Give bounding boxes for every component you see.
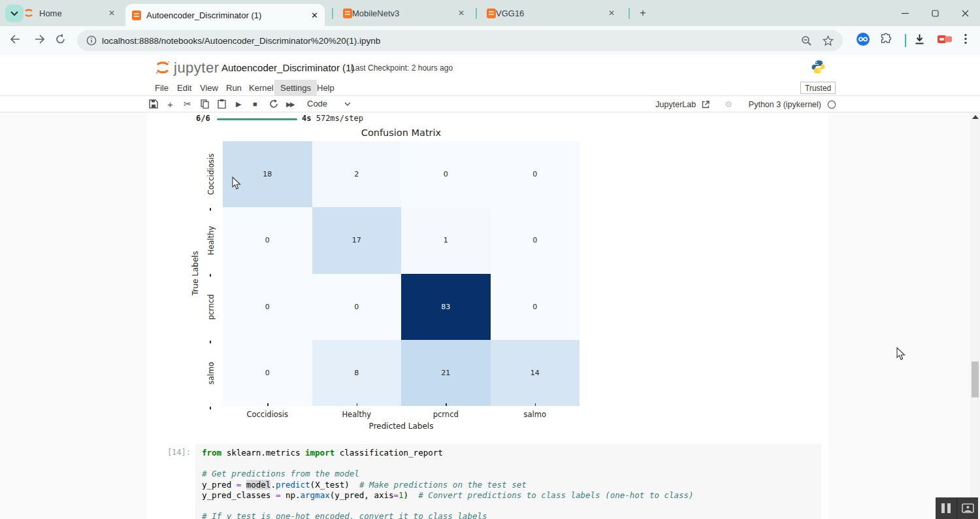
y-tick-label: salmo — [205, 340, 217, 406]
tab-label: VGG16 — [496, 8, 524, 18]
window-maximize-button[interactable] — [920, 0, 950, 26]
restart-run-all-button[interactable]: ▶▶ — [286, 101, 293, 108]
url-text: localhost:8888/notebooks/Autoencoder_Dis… — [102, 36, 380, 46]
heatmap-cell: 14 — [491, 340, 580, 406]
gear-icon[interactable]: ⚙ — [725, 99, 732, 109]
forward-button[interactable] — [34, 34, 46, 47]
figure-title: Confusion Matrix — [223, 127, 580, 138]
cell-type-dropdown[interactable]: Code — [307, 99, 327, 109]
jupyter-favicon — [24, 8, 34, 18]
recording-overlay — [936, 497, 978, 519]
heatmap-cell: 0 — [223, 340, 312, 406]
heatmap-cell: 0 — [223, 207, 312, 273]
paste-cell-button[interactable] — [218, 99, 226, 109]
back-button[interactable] — [9, 34, 21, 47]
maximize-icon — [932, 10, 939, 17]
y-tick-label: pcrncd — [205, 274, 217, 340]
x-axis-label: Predicted Labels — [223, 422, 580, 431]
minimize-icon — [902, 10, 909, 17]
tab-mobilenetv3[interactable]: MobileNetv3 ✕ — [336, 0, 474, 26]
tab-separator — [332, 8, 333, 19]
window-close-button[interactable] — [950, 0, 980, 26]
heatmap-cell: 2 — [312, 141, 402, 207]
cell-type-chevron[interactable] — [344, 102, 351, 106]
chevron-down-icon — [10, 11, 18, 16]
kernel-status-icon — [827, 100, 836, 109]
tab-label: MobileNetv3 — [352, 8, 399, 18]
extension-separator — [905, 34, 906, 47]
code-editor[interactable]: from sklearn.metrics import classificati… — [195, 444, 821, 519]
jupyter-toolbar: + ✂ ▶ ■ ▶▶ Code JupyterLab ⚙ Python 3 (i… — [0, 96, 980, 112]
heatmap-cell: 8 — [312, 340, 402, 406]
restart-kernel-button[interactable] — [269, 99, 278, 109]
tab-home[interactable]: Home ✕ — [18, 0, 124, 26]
cell-type-value: Code — [307, 99, 327, 109]
tab-vgg16[interactable]: VGG16 ✕ — [480, 0, 624, 26]
tab-close-icon[interactable]: ✕ — [106, 7, 118, 19]
window-controls — [890, 0, 980, 26]
bookmark-star-icon[interactable] — [823, 35, 834, 46]
screen: Home ✕ Autoencoder_Discriminator (1) ✕ M… — [0, 0, 980, 519]
save-button[interactable] — [149, 99, 158, 109]
extension-meet-icon[interactable] — [856, 32, 870, 49]
code-cell[interactable]: from sklearn.metrics import classificati… — [195, 444, 821, 519]
extensions-button[interactable] — [880, 33, 892, 48]
notebook-title[interactable]: Autoencoder_Discriminator (1) — [221, 62, 354, 73]
code-line: # If y_test is one-hot encoded, convert … — [202, 511, 815, 519]
tab-close-icon[interactable]: ✕ — [455, 7, 467, 19]
cell-execution-prompt: [14]: — [150, 448, 191, 457]
scrollbar-thumb[interactable] — [972, 361, 979, 397]
window-minimize-button[interactable] — [890, 0, 920, 26]
tab-autoencoder-active[interactable]: Autoencoder_Discriminator (1) ✕ — [125, 4, 325, 26]
menu-label: Settings — [280, 83, 311, 93]
red-badge-extension-icon — [938, 35, 952, 44]
page-scrollbar[interactable] — [970, 112, 980, 519]
mouse-cursor — [232, 176, 242, 190]
x-tick-label: Healthy — [312, 410, 402, 420]
tab-close-icon[interactable]: ✕ — [311, 10, 318, 20]
cut-cell-button[interactable]: ✂ — [184, 99, 191, 109]
tab-close-icon[interactable]: ✕ — [606, 7, 617, 19]
download-icon — [913, 33, 926, 46]
code-line: y_pred = model.predict(X_test) # Make pr… — [202, 480, 815, 490]
kernel-name[interactable]: Python 3 (ipykernel) — [749, 100, 821, 109]
downloads-button[interactable] — [913, 33, 926, 48]
heatmap-grid: 182000171000830082114 — [223, 141, 580, 406]
x-tick-labels: CoccidiosisHealthypcrncdsalmo — [223, 410, 580, 420]
confusion-matrix-figure: Confusion Matrix 182000171000830082114 C… — [193, 127, 598, 435]
code-line: # Get predictions from the model — [202, 469, 815, 479]
notebook-content[interactable]: 6/6 4s 572ms/step Confusion Matrix 18200… — [0, 112, 980, 519]
extension-red-icon[interactable] — [938, 35, 952, 46]
notebook-favicon — [487, 8, 496, 18]
pause-button[interactable] — [936, 497, 956, 519]
pause-icon — [941, 503, 951, 513]
code-line — [202, 458, 815, 469]
new-tab-button[interactable]: + — [636, 7, 649, 20]
screenshot-button[interactable] — [957, 497, 978, 519]
menu-label: Help — [317, 83, 335, 93]
add-cell-button[interactable]: + — [167, 99, 173, 110]
browser-menu-button[interactable] — [964, 33, 967, 48]
paste-icon — [218, 99, 226, 109]
progress-step-time: 572ms/step — [316, 114, 363, 123]
address-bar[interactable]: localhost:8888/notebooks/Autoencoder_Dis… — [77, 30, 843, 51]
close-icon — [962, 10, 969, 17]
site-info-icon[interactable] — [86, 35, 97, 46]
trusted-button[interactable]: Trusted — [800, 82, 836, 94]
copy-cell-button[interactable] — [201, 99, 209, 109]
stop-kernel-button[interactable]: ■ — [253, 100, 257, 108]
progress-bar — [217, 118, 297, 120]
run-cell-button[interactable]: ▶ — [236, 100, 241, 109]
scroll-up-arrow-icon[interactable] — [972, 115, 979, 119]
menu-help[interactable]: Help — [311, 80, 340, 95]
browser-tab-strip: Home ✕ Autoencoder_Discriminator (1) ✕ M… — [0, 0, 980, 26]
tab-label: Home — [39, 8, 62, 18]
jupyter-logo[interactable]: jupyter — [154, 59, 220, 76]
zoom-icon[interactable] — [801, 35, 812, 46]
heatmap-cell: 21 — [401, 340, 491, 406]
jupyterlab-link[interactable]: JupyterLab — [655, 100, 696, 109]
trusted-label: Trusted — [805, 84, 831, 93]
tab-separator — [476, 8, 477, 19]
reload-button[interactable] — [55, 34, 66, 48]
external-link-icon[interactable] — [702, 101, 710, 109]
